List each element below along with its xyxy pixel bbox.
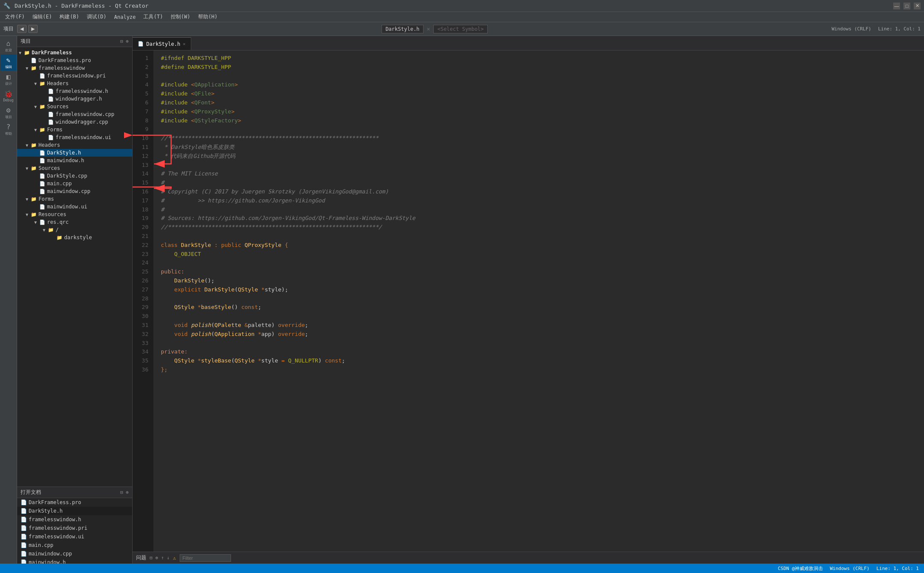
tree-item-sources-1[interactable]: ▼ 📁 Sources	[17, 103, 132, 110]
tree-item-forms-1[interactable]: ▼ 📁 Forms	[17, 126, 132, 134]
tree-item-forms-2[interactable]: ▼ 📁 Forms	[17, 195, 132, 203]
tree-item-sources-2[interactable]: ▼ 📁 Sources	[17, 164, 132, 172]
open-file-framelesswindow-h[interactable]: 📄 framelesswindow.h	[17, 515, 132, 524]
menu-file[interactable]: 文件(F)	[2, 12, 28, 21]
titlebar: 🔧 DarkStyle.h - DarkFrameless - Qt Creat…	[0, 0, 924, 12]
tree-item-mainwindow-h[interactable]: 📄 mainwindow.h	[17, 157, 132, 164]
status-bar: CSDN @神威难敌洞击 Windows (CRLF) Line: 1, Col…	[0, 564, 924, 573]
problem-label: 问题	[136, 554, 146, 561]
tree-item-mainwindow-ui-label: mainwindow.ui	[47, 204, 87, 210]
app-container: 🔧 DarkStyle.h - DarkFrameless - Qt Creat…	[0, 0, 924, 573]
file-tree-content[interactable]: ▼ 📁 DarkFrameless 📄 DarkFrameless.pro ▼ …	[17, 47, 132, 243]
nav-forward-button[interactable]: ▶	[28, 25, 38, 33]
sidebar-help[interactable]: ? 帮助	[0, 121, 17, 137]
help-icon: ?	[6, 123, 11, 131]
tab-dsh-icon: 📄	[138, 41, 144, 47]
tree-item-res-qrc[interactable]: ▼ 📄 res.qrc	[17, 218, 132, 226]
tree-root[interactable]: ▼ 📁 DarkFrameless	[17, 49, 132, 56]
tree-item-windowdragger-h[interactable]: 📄 windowdragger.h	[17, 95, 132, 103]
tree-item-darkframeless-pro[interactable]: 📄 DarkFrameless.pro	[17, 56, 132, 64]
tree-item-mainwindow-cpp-label: mainwindow.cpp	[47, 188, 90, 194]
s2-arrow: ▼	[26, 166, 31, 171]
tree-item-slash[interactable]: ▼ 📁 /	[17, 226, 132, 234]
tree-item-mainwindow-cpp[interactable]: 📄 mainwindow.cpp	[17, 187, 132, 195]
file-tree-title: 项目	[21, 38, 31, 45]
tree-item-windowdragger-cpp-label: windowdragger.cpp	[56, 119, 108, 125]
file-tree-header: 项目 ⊟ ⊕	[17, 36, 132, 47]
tree-item-framelesswindow-pri[interactable]: 📄 framelesswindow.pri	[17, 72, 132, 80]
sidebar-welcome[interactable]: ⌂ 欢迎	[0, 38, 17, 54]
h2-folder-icon: 📁	[31, 143, 37, 148]
sidebar-debug[interactable]: 🐞 Debug	[0, 88, 17, 104]
tree-item-darkstyle-h[interactable]: 📄 DarkStyle.h	[17, 149, 132, 157]
tree-item-framelesswindow-ui[interactable]: 📄 framelesswindow.ui	[17, 134, 132, 141]
of-dsh-icon: 📄	[21, 508, 27, 514]
sidebar-design[interactable]: ◧ 设计	[0, 71, 17, 87]
tree-item-mainwindow-h-label: mainwindow.h	[47, 157, 84, 163]
open-file-darkstyle-h[interactable]: 📄 DarkStyle.h	[17, 507, 132, 515]
mwui-icon: 📄	[39, 204, 45, 210]
tree-item-mainwindow-ui[interactable]: 📄 mainwindow.ui	[17, 203, 132, 211]
f2-folder-icon: 📁	[31, 196, 37, 202]
slash-arrow: ▼	[43, 228, 48, 232]
filter-input[interactable]	[180, 554, 231, 562]
tree-item-headers-2-label: Headers	[38, 142, 60, 148]
file-tree-controls: ⊟ ⊕	[120, 39, 129, 44]
close-button[interactable]: ✕	[914, 3, 921, 9]
minimize-button[interactable]: —	[893, 3, 900, 9]
left-sidebar: ⌂ 欢迎 ✎ 编辑 ◧ 设计 🐞 Debug ⚙ 项目 ? 帮助	[0, 36, 17, 564]
open-file-mainwindow-h[interactable]: 📄 mainwindow.h	[17, 558, 132, 564]
mcpp-icon: 📄	[39, 181, 45, 187]
menu-tools[interactable]: 工具(T)	[140, 12, 166, 21]
open-files-title: 打开文档	[21, 489, 41, 496]
open-file-mainwindow-h-label: mainwindow.h	[29, 559, 66, 564]
open-file-framelesswindow-pri-label: framelesswindow.pri	[29, 525, 87, 531]
problem-bar: 问题 ⊟ ⊕ ↑ ↓ ⚠	[133, 552, 924, 564]
left-panel: 项目 ⊟ ⊕ ▼ 📁 DarkFrameless 📄 DarkFrameless…	[17, 36, 133, 564]
open-file-darkframeless-pro[interactable]: 📄 DarkFrameless.pro	[17, 498, 132, 507]
menu-help[interactable]: 帮助(H)	[195, 12, 221, 21]
dsh-icon: 📄	[39, 150, 45, 156]
app-icon: 🔧	[3, 3, 10, 9]
sidebar-project[interactable]: ⚙ 项目	[0, 104, 17, 121]
tree-item-framelesswindow-cpp[interactable]: 📄 framelesswindow.cpp	[17, 110, 132, 118]
tree-item-headers-2[interactable]: ▼ 📁 Headers	[17, 141, 132, 149]
tree-item-main-cpp[interactable]: 📄 main.cpp	[17, 180, 132, 187]
tree-item-framelesswindow[interactable]: ▼ 📁 framelesswindow	[17, 64, 132, 72]
sidebar-edit[interactable]: ✎ 编辑	[0, 54, 17, 71]
fwui-icon: 📄	[48, 135, 54, 140]
menu-analyze[interactable]: Analyze	[111, 13, 139, 21]
titlebar-left: 🔧 DarkStyle.h - DarkFrameless - Qt Creat…	[3, 3, 148, 9]
nav-back-button[interactable]: ◀	[17, 25, 27, 33]
tree-item-windowdragger-cpp[interactable]: 📄 windowdragger.cpp	[17, 118, 132, 126]
dscpp-icon: 📄	[39, 173, 45, 179]
window-title: DarkStyle.h - DarkFrameless - Qt Creator	[15, 3, 148, 9]
tree-item-darkstyle-folder[interactable]: 📁 darkstyle	[17, 234, 132, 241]
tree-item-forms-2-label: Forms	[38, 196, 54, 202]
open-file-mainwindow-cpp[interactable]: 📄 mainwindow.cpp	[17, 549, 132, 558]
maximize-button[interactable]: □	[903, 3, 910, 9]
tree-item-resources[interactable]: ▼ 📁 Resources	[17, 211, 132, 218]
open-file-framelesswindow-pri[interactable]: 📄 framelesswindow.pri	[17, 524, 132, 532]
qrc-icon: 📄	[39, 220, 45, 225]
menu-control[interactable]: 控制(W)	[167, 12, 194, 21]
tab-close-icon[interactable]: ✕	[183, 42, 185, 46]
code-content[interactable]: #ifndef DARKSTYLE_HPP #define DARKSTYLE_…	[154, 50, 924, 552]
welcome-icon: ⌂	[6, 39, 11, 48]
content-row: ⌂ 欢迎 ✎ 编辑 ◧ 设计 🐞 Debug ⚙ 项目 ? 帮助	[0, 36, 924, 564]
menu-edit[interactable]: 编辑(E)	[29, 12, 56, 21]
open-file-main-cpp[interactable]: 📄 main.cpp	[17, 541, 132, 549]
tree-item-darkstyle-cpp[interactable]: 📄 DarkStyle.cpp	[17, 172, 132, 180]
tree-item-framelesswindow-label: framelesswindow	[38, 65, 85, 71]
menu-debug[interactable]: 调试(D)	[83, 12, 110, 21]
problem-controls: ⊟ ⊕ ↑ ↓	[150, 555, 169, 561]
tree-item-headers-1[interactable]: ▼ 📁 Headers	[17, 80, 132, 87]
titlebar-controls: — □ ✕	[893, 3, 921, 9]
tab-darkstyle-h[interactable]: 📄 DarkStyle.h ✕	[133, 37, 191, 50]
slash-folder-icon: 📁	[48, 227, 54, 233]
menu-build[interactable]: 构建(B)	[56, 12, 83, 21]
fw-folder-icon: 📁	[31, 65, 37, 71]
open-file-framelesswindow-ui[interactable]: 📄 framelesswindow.ui	[17, 532, 132, 541]
tree-item-framelesswindow-h[interactable]: 📄 framelesswindow.h	[17, 87, 132, 95]
code-editor[interactable]: 12345 678910 1112131415 1617181920 21222…	[133, 50, 924, 552]
